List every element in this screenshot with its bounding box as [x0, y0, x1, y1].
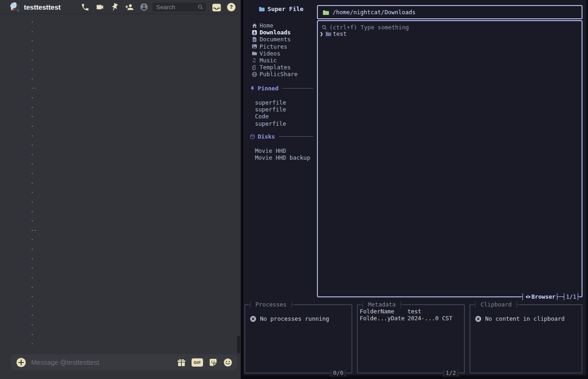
circle-x-icon: [250, 316, 256, 322]
phone-call-icon[interactable]: [81, 3, 90, 11]
pinned-item[interactable]: superfile: [255, 120, 316, 127]
metadata-counter: 1/2: [442, 369, 459, 377]
message-dot: .: [0, 121, 234, 130]
folder-icon: [322, 10, 329, 15]
pinned-item[interactable]: Code: [255, 113, 316, 120]
message-dot: .: [0, 17, 234, 26]
disk-item[interactable]: Movie HHD: [255, 147, 316, 154]
message-dot: .: [0, 73, 234, 83]
message-dot: .: [0, 111, 234, 121]
emoji-icon[interactable]: [223, 358, 232, 367]
circle-x-icon: [475, 316, 481, 322]
message-dot: .: [0, 178, 234, 187]
film-icon: [252, 50, 257, 56]
metadata-rows: FolderName test Folde...yDate 2024-...0 …: [360, 308, 462, 322]
pinned-section-header: Pinned: [250, 85, 313, 92]
path-bar[interactable]: /home/nightcat/Downloads: [317, 5, 582, 19]
processes-panel: Processes No processes running 0/0: [244, 304, 352, 373]
message-dot: .: [0, 196, 234, 206]
sidebar-item-downloads[interactable]: Downloads: [252, 29, 316, 36]
music-note-icon: ♫: [252, 58, 257, 63]
disk-icon: [250, 134, 255, 139]
message-dot: .: [0, 244, 234, 253]
message-dot: .: [0, 282, 234, 291]
message-dot: .: [0, 301, 234, 310]
clipboard-panel: Clipboard No content in clipboard: [469, 304, 582, 373]
panel-mode-indicator: ┤ Browser ├─┤ 1/1 ├: [521, 293, 580, 300]
svg-text:?: ?: [230, 4, 233, 10]
clipboard-title: Clipboard: [473, 301, 519, 308]
pushpin-icon: [250, 86, 255, 91]
message-dot: .: [0, 253, 234, 263]
superfile-terminal: Super File Home Downloads Documents Pict…: [241, 0, 588, 379]
message-dot: .: [0, 329, 234, 339]
metadata-panel: Metadata FolderName test Folde...yDate 2…: [357, 304, 465, 373]
add-friend-icon[interactable]: [125, 3, 134, 11]
message-dot: .: [0, 338, 234, 348]
message-dot: .: [0, 26, 234, 36]
message-dot: .: [0, 149, 234, 159]
file-row-test[interactable]: ❯ test: [320, 30, 347, 37]
sidebar-item-documents[interactable]: Documents: [252, 36, 316, 43]
message-dot: .: [0, 291, 234, 301]
clipboard-empty-state: No content in clipboard: [475, 315, 565, 322]
home-icon: [252, 23, 257, 28]
search-icon: [198, 4, 204, 10]
sidebar-item-pictures[interactable]: Pictures: [252, 43, 316, 50]
disks-section-header: Disks: [250, 133, 313, 140]
message-dot: .: [0, 139, 234, 149]
pinned-item[interactable]: superfile: [255, 99, 316, 106]
processes-title: Processes: [248, 301, 294, 308]
image-icon: [252, 44, 257, 49]
paperclip-icon: [252, 65, 257, 70]
pinned-list: superfilesuperfileCodesuperfile: [255, 99, 316, 127]
app-title: Super File: [246, 6, 316, 12]
discord-pane: testtesttest Search: [0, 0, 241, 379]
metadata-title: Metadata: [361, 301, 403, 308]
message-dot: ..: [0, 83, 234, 92]
sidebar-item-music[interactable]: ♫ Music: [252, 57, 316, 64]
file-browser-panel: (ctrl+f) Type something ❯ test ┤ Browser…: [317, 20, 582, 297]
message-dot: .: [0, 234, 234, 244]
message-input-bar: GIF: [11, 354, 237, 370]
gift-icon[interactable]: [177, 358, 186, 367]
message-dot: .: [0, 310, 234, 319]
sidebar-item-videos[interactable]: Videos: [252, 50, 316, 57]
eye-icon: [525, 295, 531, 299]
sidebar-item-publicshare[interactable]: PublicShare: [252, 71, 316, 78]
file-search-bar[interactable]: (ctrl+f) Type something: [322, 24, 409, 31]
selection-cursor: ❯: [320, 30, 323, 37]
pinned-item[interactable]: superfile: [255, 106, 316, 113]
message-dot: .: [0, 130, 234, 140]
sticker-icon[interactable]: [209, 358, 218, 367]
message-dot: .: [0, 55, 234, 64]
message-dot: .: [0, 262, 234, 272]
current-path: /home/nightcat/Downloads: [333, 9, 416, 16]
video-camera-icon[interactable]: [96, 3, 104, 11]
attach-plus-icon[interactable]: [16, 357, 26, 368]
inbox-icon[interactable]: [212, 3, 221, 11]
disks-list: Movie HHDMovie HHD backup: [255, 147, 316, 161]
message-input[interactable]: [26, 359, 177, 366]
search-box[interactable]: Search: [153, 3, 206, 11]
message-dot: .: [0, 92, 234, 102]
message-dot: .: [0, 187, 234, 196]
pin-icon[interactable]: [110, 3, 119, 11]
globe-icon: [252, 72, 257, 77]
metadata-row: Folde...yDate 2024-...0 CST: [360, 315, 462, 322]
help-icon[interactable]: ?: [226, 2, 236, 12]
message-dot: .: [0, 215, 234, 225]
gif-picker-icon[interactable]: GIF: [192, 358, 203, 367]
search-placeholder: Search: [156, 4, 198, 11]
processes-counter: 0/0: [329, 369, 347, 377]
message-list: . . . . . . . .. . . . . . . . .: [0, 17, 234, 348]
disk-item[interactable]: Movie HHD backup: [255, 154, 316, 161]
sidebar-item-templates[interactable]: Templates: [252, 64, 316, 71]
message-dot: .: [0, 206, 234, 216]
scrollbar-thumb[interactable]: [237, 336, 240, 353]
user-profile-icon[interactable]: [140, 3, 148, 11]
message-dot: .: [0, 319, 234, 329]
sidebar-item-home[interactable]: Home: [252, 22, 316, 29]
dm-title[interactable]: testtesttest: [24, 0, 61, 14]
folder-icon: [325, 31, 331, 36]
